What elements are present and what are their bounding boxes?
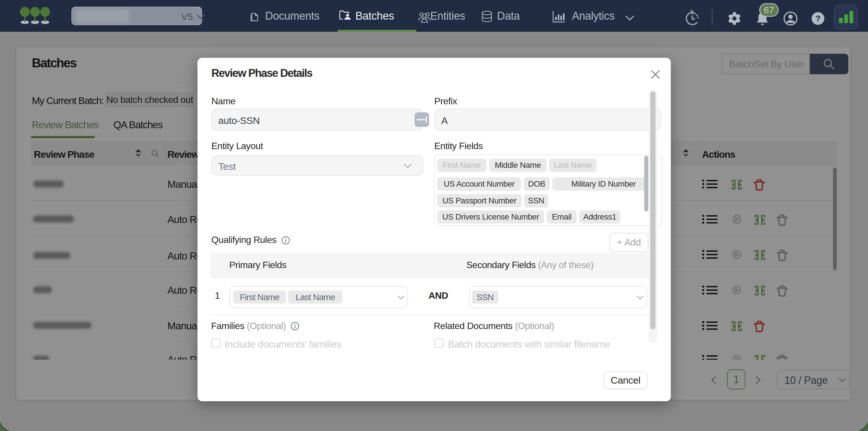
svg-text:?: ? xyxy=(815,13,820,23)
